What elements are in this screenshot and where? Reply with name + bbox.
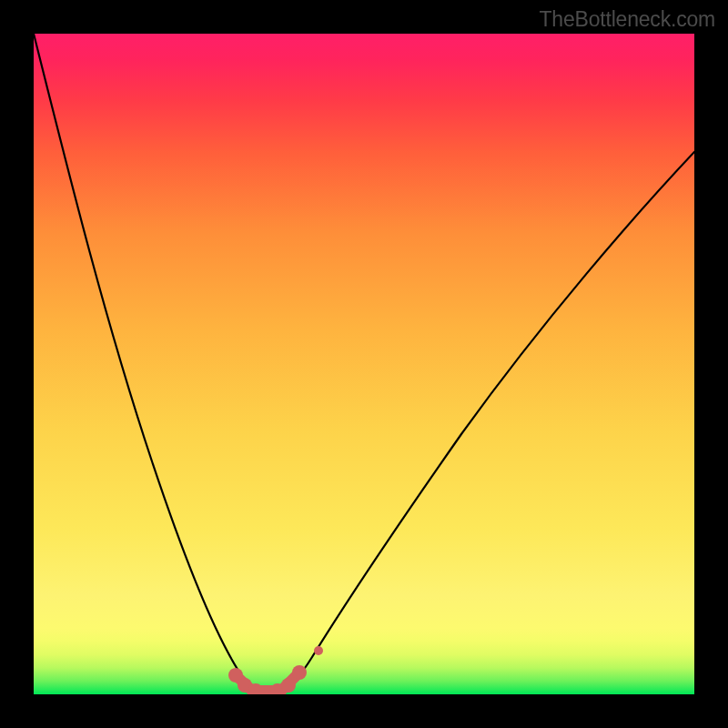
bottleneck-curve xyxy=(34,34,694,694)
chart-frame: TheBottleneck.com xyxy=(0,0,728,728)
plot-area xyxy=(34,34,694,694)
marker-dot xyxy=(281,678,296,693)
marker-dot-outlier xyxy=(314,646,323,655)
marker-dot xyxy=(292,665,307,680)
chart-svg xyxy=(34,34,694,694)
watermark-text: TheBottleneck.com xyxy=(540,7,715,32)
